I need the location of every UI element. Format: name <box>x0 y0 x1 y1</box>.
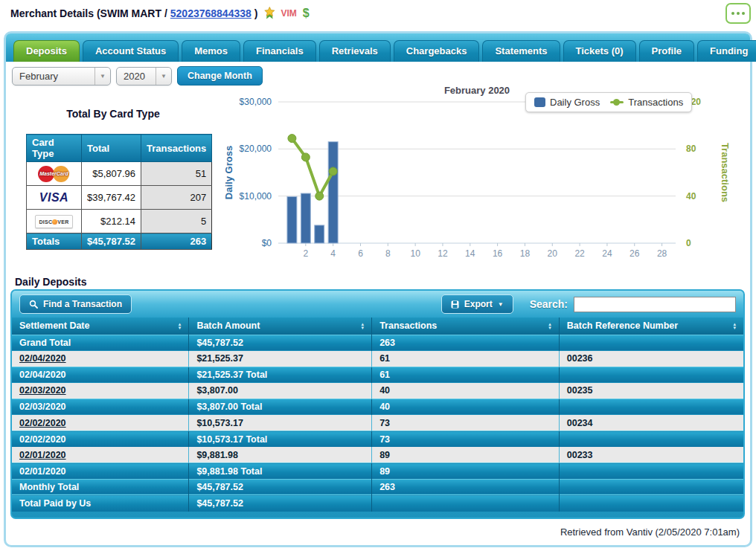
transactions-cell: 89 <box>372 447 560 463</box>
svg-text:22: 22 <box>574 248 585 259</box>
sort-icon: ▴▾ <box>362 322 365 329</box>
batch-amount-cell: $45,787.52 <box>189 479 372 495</box>
transactions-cell: 61 <box>372 367 560 383</box>
column-header-settlement-date[interactable]: Settlement Date▴▾ <box>12 318 189 335</box>
batch-amount-cell: $9,881.98 <box>189 447 372 463</box>
search-input[interactable] <box>574 297 736 312</box>
tab-financials[interactable]: Financials <box>243 40 316 62</box>
transactions-cell: 263 <box>372 479 560 495</box>
search-label: Search: <box>530 298 568 310</box>
card-type-title: Total By Card Type <box>26 108 200 120</box>
sort-icon: ▴▾ <box>733 322 736 329</box>
daily-deposits-panel: Find a Transaction Export ▼ Search: <box>10 289 745 519</box>
svg-text:4: 4 <box>330 248 336 259</box>
tab-profile[interactable]: Profile <box>639 40 694 62</box>
merchant-panel: DepositsAccount StatusMemosFinancialsRet… <box>4 31 752 547</box>
svg-text:6: 6 <box>358 248 363 259</box>
svg-text:$10,000: $10,000 <box>240 191 272 202</box>
svg-text:Transactions: Transactions <box>720 143 731 202</box>
card-type-table: Card TypeTotalTransactions MasterCard$5,… <box>26 134 212 250</box>
batch-reference-cell: 00236 <box>559 351 743 367</box>
chevron-down-icon: ▼ <box>498 301 504 308</box>
transactions-cell: 89 <box>372 463 560 480</box>
card-brand-cell: MasterCard <box>27 162 82 186</box>
tab-account-status[interactable]: Account Status <box>83 40 179 62</box>
transactions-cell: 40 <box>372 399 560 415</box>
settlement-date-link[interactable]: 02/04/2020 <box>19 353 66 364</box>
year-select[interactable]: 2020 ▼ <box>116 67 172 86</box>
column-header-label: Transactions <box>379 320 437 331</box>
chevron-down-icon: ▼ <box>156 68 171 85</box>
export-button[interactable]: Export ▼ <box>441 294 513 314</box>
batch-reference-cell: 00235 <box>559 383 743 399</box>
settlement-date-cell: 02/01/2020 <box>12 447 189 463</box>
settlement-date-cell: Total Paid by Us <box>12 495 189 512</box>
transactions-cell: 73 <box>372 431 560 448</box>
tab-memos[interactable]: Memos <box>182 40 240 62</box>
month-select[interactable]: February ▼ <box>12 67 111 86</box>
deposit-chart: $0$10,000$20,000$30,00024681012141618202… <box>220 82 750 269</box>
column-header-transactions[interactable]: Transactions▴▾ <box>372 318 560 335</box>
svg-text:24: 24 <box>602 248 612 259</box>
batch-amount-cell: $45,787.52 <box>189 495 372 512</box>
find-transaction-button[interactable]: Find a Transaction <box>19 294 132 314</box>
batch-reference-cell: 00233 <box>559 447 743 463</box>
card-total-cell: $5,807.96 <box>82 162 141 186</box>
tab-retrievals[interactable]: Retrievals <box>319 40 391 62</box>
column-header-label: Batch Amount <box>196 320 260 331</box>
tab-tickets-0[interactable]: Tickets (0) <box>563 40 636 62</box>
settlement-date-link[interactable]: 02/01/2020 <box>19 450 66 460</box>
settlement-date-text: 02/01/2020 <box>19 466 66 477</box>
column-header-batch-amount[interactable]: Batch Amount▴▾ <box>189 318 372 335</box>
card-type-column-header: Card Type <box>27 135 82 162</box>
table-row: 02/03/2020$3,807.004000235 <box>12 383 743 399</box>
column-header-batch-reference-number[interactable]: Batch Reference Number▴▾ <box>559 318 743 335</box>
svg-text:26: 26 <box>630 248 640 259</box>
search-icon <box>29 300 38 309</box>
batch-amount-cell: $9,881.98 Total <box>189 463 372 480</box>
settlement-date-cell: Grand Total <box>12 335 189 351</box>
table-row: 02/03/2020$3,807.00 Total40 <box>12 399 743 415</box>
daily-deposits-header-row: Settlement Date▴▾Batch Amount▴▾Transacti… <box>12 318 743 335</box>
svg-text:$30,000: $30,000 <box>240 97 272 107</box>
legend-label: Transactions <box>628 97 683 108</box>
save-disk-icon <box>451 300 459 309</box>
transactions-cell: 263 <box>372 335 560 351</box>
card-total-cell: $39,767.42 <box>82 186 141 210</box>
month-select-value: February <box>19 71 58 82</box>
batch-amount-cell: $21,525.37 <box>189 351 372 367</box>
year-select-value: 2020 <box>124 71 145 82</box>
batch-amount-cell: $10,573.17 <box>189 415 372 431</box>
svg-text:$20,000: $20,000 <box>240 144 272 154</box>
table-row: Grand Total$45,787.52263 <box>12 335 743 351</box>
settlement-date-link[interactable]: 02/02/2020 <box>19 418 66 428</box>
card-transactions-cell: 5 <box>141 210 212 233</box>
retrieved-timestamp: Retrieved from Vantiv (2/05/2020 7:01am) <box>560 526 740 538</box>
batch-reference-cell <box>559 479 743 495</box>
merchant-id-link[interactable]: 52023768844338 <box>170 7 252 19</box>
tab-statements[interactable]: Statements <box>482 40 560 62</box>
tab-funding[interactable]: Funding <box>697 40 756 62</box>
table-row: Total Paid by Us$45,787.52 <box>12 495 743 512</box>
svg-text:80: 80 <box>686 144 696 154</box>
daily-deposits-title: Daily Deposits <box>15 276 86 288</box>
table-row: VISA$39,767.42207 <box>27 186 212 210</box>
table-row: 02/02/2020$10,573.17 Total73 <box>12 431 743 448</box>
column-header-label: Batch Reference Number <box>567 320 678 331</box>
transactions-cell <box>372 495 560 512</box>
legend-label: Daily Gross <box>550 97 600 108</box>
transactions-cell: 61 <box>372 351 560 367</box>
totals-transactions: 263 <box>141 233 212 250</box>
more-options-button[interactable] <box>725 3 751 24</box>
mastercard-logo: MasterCard <box>33 165 76 183</box>
settlement-date-cell: 02/04/2020 <box>12 367 189 383</box>
settlement-date-link[interactable]: 02/03/2020 <box>19 385 66 396</box>
tab-deposits[interactable]: Deposits <box>13 40 80 62</box>
discover-logo: DISCVER <box>35 215 72 228</box>
tab-chargebacks[interactable]: Chargebacks <box>394 40 480 62</box>
transactions-cell: 73 <box>372 415 560 431</box>
daily-deposits-body: Grand Total$45,787.5226302/04/2020$21,52… <box>12 335 743 512</box>
settlement-date-text: Grand Total <box>19 338 71 348</box>
settlement-date-cell: 02/03/2020 <box>12 399 189 415</box>
svg-text:8: 8 <box>385 248 391 259</box>
